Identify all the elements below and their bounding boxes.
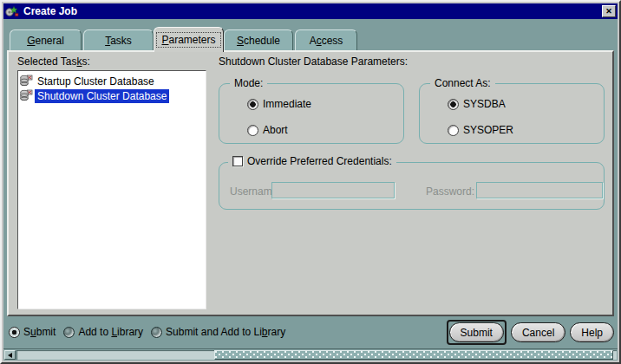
radio-sysoper[interactable] xyxy=(448,125,459,136)
scroll-left-button[interactable] xyxy=(4,350,16,360)
help-button[interactable]: Help xyxy=(570,322,614,342)
create-job-icon xyxy=(5,5,20,18)
tab-general[interactable]: General xyxy=(10,29,82,50)
parameters-header: Shutdown Cluster Database Parameters: xyxy=(219,55,408,68)
radio-immediate-label: Immediate xyxy=(263,98,311,110)
action-buttons: Submit Cancel Help xyxy=(447,319,614,346)
task-item-startup[interactable]: Startup Cluster Database xyxy=(18,74,206,88)
override-credentials-checkbox[interactable] xyxy=(232,156,243,166)
tab-parameters[interactable]: Parameters xyxy=(154,27,224,52)
dialog-body: Create Job ✕ General Tasks Parameters Sc… xyxy=(3,3,618,361)
task-item-shutdown[interactable]: Shutdown Cluster Database xyxy=(18,88,206,103)
connect-option-sysoper[interactable]: SYSOPER xyxy=(448,124,513,136)
connect-as-group-title: Connect As: xyxy=(430,77,495,89)
submit-button[interactable]: Submit xyxy=(449,322,504,342)
titlebar[interactable]: Create Job ✕ xyxy=(3,3,618,19)
default-button-ring: Submit xyxy=(447,320,507,345)
cancel-button[interactable]: Cancel xyxy=(511,322,565,342)
task-label[interactable]: Startup Cluster Database xyxy=(35,75,157,88)
override-credentials-label: Override Preferred Credentials: xyxy=(247,155,392,167)
radio-abort[interactable] xyxy=(247,125,258,136)
tab-schedule[interactable]: Schedule xyxy=(224,29,293,50)
left-arrow-icon xyxy=(8,353,12,358)
radio-submit-label: Submit xyxy=(23,326,56,338)
selected-tasks-list[interactable]: Startup Cluster Database Shutdown xyxy=(17,70,206,309)
cluster-database-icon xyxy=(20,89,33,102)
radio-add-to-library-label: Add to Library xyxy=(78,326,143,338)
connect-as-group: Connect As: SYSDBA SYSOPER xyxy=(419,83,605,144)
password-label: Password: xyxy=(426,185,474,198)
cluster-database-icon xyxy=(20,75,33,88)
tab-tasks[interactable]: Tasks xyxy=(83,29,154,50)
radio-submit[interactable] xyxy=(9,327,20,338)
radio-sysdba-label: SYSDBA xyxy=(463,98,506,110)
task-label[interactable]: Shutdown Cluster Database xyxy=(35,89,169,103)
mode-group-title: Mode: xyxy=(230,77,267,89)
create-job-dialog: Create Job ✕ General Tasks Parameters Sc… xyxy=(0,0,621,364)
submit-options: Submit Add to Library Submit and Add to … xyxy=(9,326,285,338)
selected-tasks-label: Selected Tasks: xyxy=(17,55,90,68)
close-button[interactable]: ✕ xyxy=(602,5,616,17)
radio-add-to-library[interactable] xyxy=(63,327,75,338)
add-to-library-option[interactable]: Add to Library xyxy=(63,326,143,338)
connect-option-sysdba[interactable]: SYSDBA xyxy=(448,98,506,110)
tab-access[interactable]: Access xyxy=(295,29,357,50)
window-title: Create Job xyxy=(23,5,77,17)
radio-submit-and-add[interactable] xyxy=(151,327,162,338)
password-input[interactable] xyxy=(476,182,603,198)
scrollbar-thumb[interactable] xyxy=(214,350,613,360)
override-credentials-row[interactable]: Override Preferred Credentials: xyxy=(228,155,396,167)
radio-sysoper-label: SYSOPER xyxy=(463,124,513,136)
mode-option-immediate[interactable]: Immediate xyxy=(247,98,311,110)
radio-submit-and-add-label: Submit and Add to Library xyxy=(166,326,285,338)
credentials-group: Override Preferred Credentials: Username… xyxy=(219,162,605,210)
mode-group: Mode: Immediate Abort xyxy=(219,83,404,144)
submit-and-add-option[interactable]: Submit and Add to Library xyxy=(151,326,285,338)
radio-abort-label: Abort xyxy=(263,124,288,136)
mode-option-abort[interactable]: Abort xyxy=(247,124,288,136)
radio-sysdba[interactable] xyxy=(448,99,459,110)
scrollbar-track[interactable] xyxy=(16,350,617,360)
radio-immediate[interactable] xyxy=(247,99,258,110)
close-icon: ✕ xyxy=(605,8,612,16)
tab-bar: General Tasks Parameters Schedule Access xyxy=(10,29,357,50)
horizontal-scrollbar[interactable] xyxy=(3,348,618,361)
submit-option[interactable]: Submit xyxy=(9,326,56,338)
username-input[interactable] xyxy=(271,182,395,198)
parameters-panel: Selected Tasks: Startup Cluster Dat xyxy=(7,50,614,316)
